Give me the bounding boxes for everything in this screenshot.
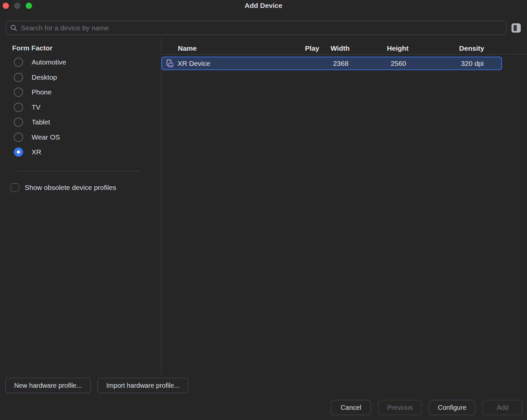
form-factor-option-wear-os[interactable]: Wear OS [14, 133, 66, 142]
column-header-density[interactable]: Density [441, 44, 502, 52]
form-factor-list: Automotive Desktop Phone TV Tablet Wear … [14, 58, 66, 157]
radio-icon [14, 73, 23, 82]
form-factor-heading: Form Factor [12, 44, 53, 52]
show-obsolete-profiles-checkbox[interactable]: Show obsolete device profiles [11, 183, 116, 192]
cancel-button[interactable]: Cancel [331, 400, 371, 415]
radio-icon [14, 58, 23, 67]
configure-button[interactable]: Configure [429, 400, 475, 415]
form-factor-option-desktop[interactable]: Desktop [14, 73, 66, 82]
add-button[interactable]: Add [483, 400, 523, 415]
form-factor-option-automotive[interactable]: Automotive [14, 58, 66, 67]
new-hardware-profile-button[interactable]: New hardware profile... [5, 378, 91, 393]
device-table-header: Name Play Width Height Density [161, 42, 502, 54]
device-name: XR Device [178, 60, 210, 67]
device-height-value: 2560 [355, 60, 442, 67]
form-factor-label: Desktop [32, 73, 57, 81]
form-factor-option-tablet[interactable]: Tablet [14, 118, 66, 127]
window-title: Add Device [0, 2, 527, 10]
xr-device-icon [166, 59, 175, 68]
form-factor-label: Automotive [32, 58, 66, 66]
form-factor-label: Phone [32, 88, 52, 96]
device-density-value: 320 dpi [442, 60, 503, 67]
form-factor-option-tv[interactable]: TV [14, 103, 66, 112]
add-device-dialog: Add Device Form Factor Automotive Deskto… [0, 0, 527, 420]
hardware-profile-buttons: New hardware profile... Import hardware … [5, 378, 188, 393]
column-header-height[interactable]: Height [354, 44, 441, 52]
device-width-value: 2368 [327, 60, 355, 67]
toggle-details-panel-icon[interactable] [512, 23, 521, 33]
radio-icon [14, 88, 23, 97]
search-icon [10, 24, 17, 32]
table-header-separator [161, 54, 527, 55]
device-table-row-xr-device[interactable]: XR Device 2368 2560 320 dpi [161, 57, 502, 70]
form-factor-label: TV [32, 103, 41, 111]
search-input[interactable] [21, 21, 502, 35]
column-header-width[interactable]: Width [326, 44, 354, 52]
form-factor-label: XR [32, 148, 41, 156]
import-hardware-profile-button[interactable]: Import hardware profile... [97, 378, 188, 393]
dialog-action-buttons: Cancel Previous Configure Add [331, 400, 523, 415]
column-header-name[interactable]: Name [161, 44, 298, 52]
form-factor-option-phone[interactable]: Phone [14, 88, 66, 97]
form-factor-option-xr[interactable]: XR [14, 147, 66, 157]
radio-icon [14, 147, 23, 157]
previous-button[interactable]: Previous [378, 400, 422, 415]
title-bar: Add Device [0, 0, 527, 12]
column-header-play[interactable]: Play [298, 44, 326, 52]
radio-icon [14, 118, 23, 127]
form-factor-label: Wear OS [32, 133, 60, 141]
radio-icon [14, 133, 23, 142]
form-factor-label: Tablet [32, 118, 50, 126]
checkbox-icon [11, 183, 19, 192]
panel-divider [161, 38, 161, 375]
radio-icon [14, 103, 23, 112]
left-panel-divider [17, 171, 139, 171]
checkbox-label: Show obsolete device profiles [25, 184, 116, 192]
search-box[interactable] [6, 21, 507, 35]
